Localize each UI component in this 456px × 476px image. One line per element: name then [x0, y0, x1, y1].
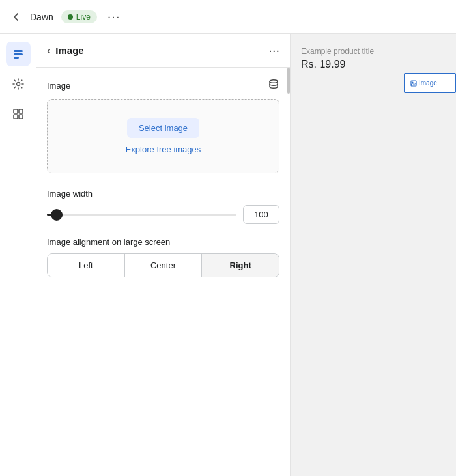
svg-rect-7 — [19, 115, 23, 119]
alignment-group: Left Center Right — [47, 253, 279, 277]
alignment-label: Image alignment on large screen — [47, 237, 279, 247]
image-width-slider-wrap — [47, 208, 236, 221]
panel-back-button[interactable]: ‹ — [47, 45, 50, 57]
database-icon[interactable] — [268, 78, 279, 92]
panel-header: ‹ Image ··· — [36, 34, 290, 68]
image-width-input[interactable] — [243, 205, 279, 224]
preview-price: Rs. 19.99 — [301, 59, 446, 70]
explore-images-link[interactable]: Explore free images — [126, 145, 201, 154]
svg-rect-9 — [411, 81, 416, 86]
sidebar-item-sections[interactable] — [6, 102, 31, 126]
store-name: Dawn — [30, 12, 53, 22]
image-width-section: Image width — [47, 189, 279, 224]
preview-image-panel: Image — [404, 73, 456, 93]
image-section-header: Image — [47, 78, 279, 92]
live-label: Live — [76, 12, 91, 21]
live-dot — [68, 14, 73, 20]
panel-more-button[interactable]: ··· — [268, 43, 279, 58]
image-upload-box: Select image Explore free images — [47, 99, 279, 173]
svg-rect-1 — [14, 53, 23, 55]
alignment-section: Image alignment on large screen Left Cen… — [47, 237, 279, 277]
align-center-button[interactable]: Center — [125, 254, 203, 277]
back-button[interactable] — [10, 11, 22, 23]
panel-body: Image Select image Explore free images I… — [36, 68, 290, 476]
top-bar: Dawn Live ··· — [0, 0, 456, 34]
icon-sidebar — [0, 34, 36, 476]
align-left-button[interactable]: Left — [48, 254, 125, 277]
align-right-button[interactable]: Right — [202, 254, 279, 277]
svg-point-10 — [412, 81, 414, 83]
panel-title: Image — [55, 45, 263, 56]
preview-product-title: Example product title — [301, 47, 446, 56]
svg-rect-5 — [19, 109, 23, 113]
select-image-button[interactable]: Select image — [127, 118, 199, 138]
svg-point-3 — [16, 83, 20, 86]
slider-track — [47, 214, 236, 216]
sidebar-item-content[interactable] — [6, 42, 31, 66]
preview-area: Example product title Rs. 19.99 Image © … — [291, 34, 456, 476]
svg-rect-6 — [14, 115, 18, 119]
svg-rect-4 — [14, 109, 18, 113]
svg-rect-2 — [14, 57, 19, 59]
svg-point-8 — [270, 80, 278, 83]
main-layout: ‹ Image ··· Image Select image Ex — [0, 34, 456, 476]
topbar-more-button[interactable]: ··· — [107, 9, 121, 24]
panel-scrollbar[interactable] — [287, 68, 290, 94]
sidebar-item-settings[interactable] — [6, 72, 31, 96]
image-section-label: Image — [47, 81, 70, 91]
slider-row — [47, 205, 279, 224]
settings-panel: ‹ Image ··· Image Select image Ex — [36, 34, 291, 476]
live-badge: Live — [61, 10, 97, 23]
preview-image-label: Image — [410, 79, 449, 87]
slider-thumb[interactable] — [51, 209, 63, 221]
image-width-label: Image width — [47, 189, 279, 199]
svg-rect-0 — [14, 50, 23, 52]
